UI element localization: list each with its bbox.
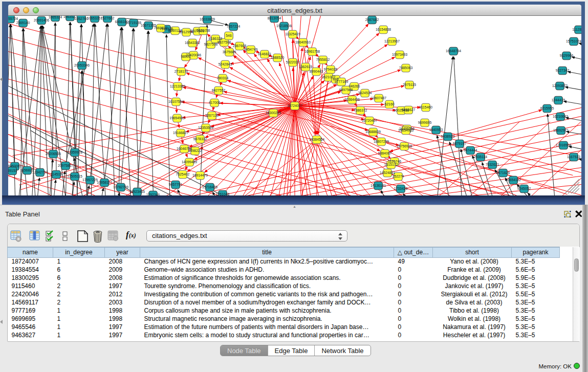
- svg-text:17359928: 17359928: [67, 150, 82, 154]
- svg-text:780314: 780314: [217, 76, 229, 80]
- svg-text:9457791: 9457791: [169, 183, 183, 186]
- svg-text:252274: 252274: [393, 174, 404, 178]
- svg-text:3267130: 3267130: [205, 114, 219, 117]
- svg-text:8453061: 8453061: [8, 164, 21, 168]
- svg-text:15720407: 15720407: [362, 119, 377, 122]
- svg-text:39151: 39151: [8, 169, 17, 172]
- svg-text:10607487: 10607487: [371, 96, 386, 100]
- svg-text:9384067: 9384067: [378, 151, 392, 155]
- svg-text:1112831: 1112831: [572, 28, 581, 31]
- svg-text:16543382: 16543382: [185, 41, 200, 45]
- svg-text:10688609: 10688609: [365, 130, 381, 134]
- svg-text:12505115: 12505115: [67, 174, 82, 178]
- svg-text:417006: 417006: [209, 101, 221, 104]
- svg-text:8454749: 8454749: [244, 48, 258, 51]
- svg-text:114519: 114519: [51, 172, 62, 176]
- svg-text:5322037: 5322037: [286, 60, 300, 64]
- svg-text:1733426: 1733426: [394, 187, 408, 190]
- svg-text:10653267: 10653267: [87, 16, 102, 20]
- svg-text:5242843: 5242843: [219, 62, 232, 66]
- svg-text:7663822: 7663822: [154, 26, 168, 30]
- svg-text:18724007: 18724007: [287, 104, 302, 107]
- svg-text:7955812: 7955812: [316, 58, 330, 61]
- svg-text:8990443: 8990443: [310, 70, 323, 73]
- svg-text:1065324: 1065324: [49, 16, 62, 19]
- svg-text:16107554: 16107554: [168, 100, 184, 103]
- svg-text:9777169: 9777169: [335, 80, 349, 83]
- svg-text:2935114: 2935114: [474, 155, 487, 159]
- svg-text:18807299: 18807299: [374, 140, 389, 143]
- svg-text:2975115: 2975115: [403, 83, 416, 86]
- svg-text:16914479: 16914479: [192, 173, 208, 177]
- svg-text:9794028: 9794028: [324, 68, 338, 71]
- svg-text:14099489: 14099489: [182, 160, 197, 164]
- svg-text:16961758: 16961758: [304, 50, 320, 53]
- svg-text:10973493: 10973493: [392, 53, 407, 56]
- svg-text:746266: 746266: [349, 84, 360, 88]
- svg-text:18300295: 18300295: [266, 111, 281, 115]
- svg-text:19218506: 19218506: [276, 24, 292, 28]
- svg-text:5938923: 5938923: [441, 135, 455, 138]
- svg-text:8471626: 8471626: [496, 171, 510, 174]
- svg-text:17016504: 17016504: [556, 143, 571, 147]
- svg-text:12213967: 12213967: [384, 39, 400, 43]
- svg-text:14136141: 14136141: [371, 184, 386, 187]
- svg-text:2367608: 2367608: [233, 44, 247, 48]
- svg-text:9699695: 9699695: [418, 121, 432, 124]
- svg-text:5226058: 5226058: [197, 29, 210, 32]
- svg-text:1640953: 1640953: [429, 128, 443, 132]
- svg-text:17957225: 17957225: [82, 178, 98, 182]
- svg-text:20364436: 20364436: [344, 98, 360, 101]
- svg-text:2087682: 2087682: [365, 18, 379, 21]
- svg-text:1362615: 1362615: [299, 65, 313, 69]
- svg-text:14524851: 14524851: [380, 171, 395, 174]
- svg-text:8813054: 8813054: [268, 16, 281, 20]
- svg-text:16648784: 16648784: [446, 49, 461, 53]
- svg-text:20053346: 20053346: [74, 63, 90, 67]
- svg-text:10654112: 10654112: [506, 178, 521, 182]
- svg-text:3624534: 3624534: [358, 91, 372, 95]
- svg-text:9474444: 9474444: [464, 148, 477, 152]
- svg-text:62160: 62160: [385, 102, 395, 106]
- svg-text:546: 546: [226, 34, 232, 37]
- svg-text:7857224: 7857224: [227, 25, 241, 28]
- svg-text:1527602: 1527602: [101, 16, 115, 20]
- svg-text:1244415: 1244415: [552, 98, 565, 102]
- svg-text:9329966: 9329966: [560, 54, 574, 57]
- svg-text:19384554: 19384554: [309, 138, 324, 141]
- svg-text:1498222: 1498222: [188, 149, 202, 152]
- svg-text:2718176: 2718176: [175, 70, 188, 73]
- svg-text:15751074: 15751074: [566, 39, 581, 43]
- svg-text:7625402: 7625402: [176, 172, 190, 176]
- svg-text:12093872: 12093872: [552, 84, 568, 87]
- svg-text:19756928: 19756928: [397, 144, 412, 148]
- svg-text:12342737: 12342737: [32, 170, 48, 174]
- svg-text:15716485: 15716485: [202, 185, 217, 189]
- svg-text:6497568: 6497568: [339, 88, 353, 92]
- svg-text:8186328: 8186328: [209, 37, 223, 40]
- svg-text:20206535: 20206535: [46, 152, 61, 156]
- svg-text:16210643: 16210643: [553, 115, 568, 118]
- svg-text:1292346: 1292346: [146, 193, 160, 195]
- svg-text:8427552: 8427552: [212, 89, 226, 92]
- svg-text:7386372: 7386372: [354, 108, 367, 112]
- svg-text:16033809: 16033809: [200, 17, 215, 21]
- svg-text:8215955: 8215955: [540, 106, 554, 110]
- svg-text:9827508: 9827508: [204, 42, 218, 46]
- svg-text:19166827: 19166827: [173, 131, 188, 135]
- svg-text:1615172: 1615172: [384, 163, 398, 166]
- svg-text:7632621: 7632621: [486, 163, 499, 166]
- svg-text:14055724: 14055724: [8, 17, 18, 20]
- svg-text:20975867: 20975867: [58, 164, 73, 167]
- svg-text:7485063: 7485063: [399, 66, 413, 70]
- svg-text:18640910: 18640910: [295, 40, 311, 44]
- svg-text:9463627: 9463627: [402, 108, 416, 112]
- svg-text:12353594: 12353594: [198, 126, 213, 129]
- svg-text:16154838: 16154838: [376, 28, 391, 31]
- svg-text:98901: 98901: [181, 55, 191, 58]
- svg-text:9115460: 9115460: [419, 105, 432, 109]
- svg-text:19654923: 19654923: [398, 128, 413, 132]
- svg-text:10958117: 10958117: [97, 181, 112, 184]
- svg-text:9146821: 9146821: [258, 52, 272, 56]
- svg-text:3675685: 3675685: [223, 50, 236, 54]
